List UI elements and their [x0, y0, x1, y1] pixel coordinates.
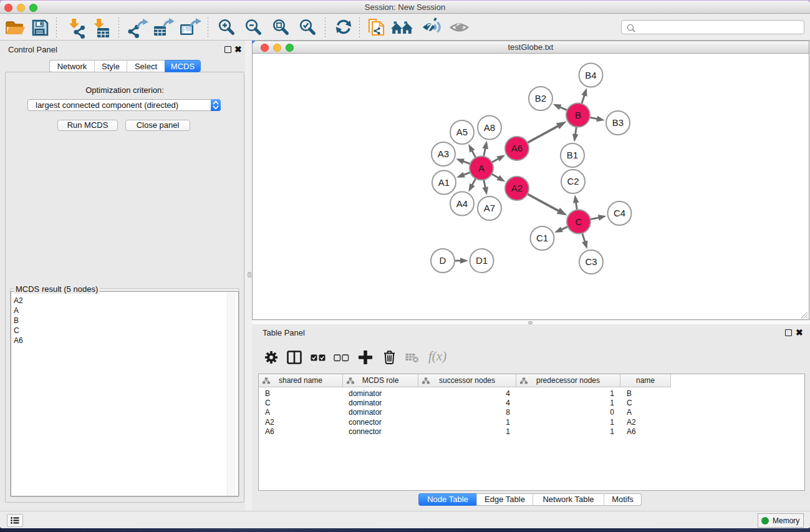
- svg-text:A4: A4: [456, 198, 468, 209]
- svg-text:B3: B3: [612, 117, 624, 128]
- svg-text:C4: C4: [614, 208, 625, 218]
- svg-text:C2: C2: [567, 176, 579, 186]
- svg-text:A3: A3: [438, 148, 449, 159]
- svg-text:A1: A1: [438, 177, 450, 188]
- svg-text:A8: A8: [484, 122, 495, 133]
- svg-text:C3: C3: [585, 256, 597, 267]
- svg-text:A6: A6: [511, 143, 523, 153]
- svg-text:A2: A2: [511, 183, 523, 193]
- svg-text:C1: C1: [536, 233, 548, 243]
- svg-text:B: B: [575, 110, 581, 120]
- svg-text:A: A: [478, 163, 485, 173]
- svg-text:B1: B1: [567, 150, 578, 160]
- svg-text:B4: B4: [585, 70, 596, 80]
- svg-text:D: D: [440, 255, 446, 266]
- svg-text:A7: A7: [484, 203, 495, 213]
- svg-text:C: C: [576, 216, 582, 227]
- svg-text:D1: D1: [476, 255, 488, 266]
- svg-text:B2: B2: [535, 93, 546, 104]
- svg-text:A5: A5: [456, 127, 468, 137]
